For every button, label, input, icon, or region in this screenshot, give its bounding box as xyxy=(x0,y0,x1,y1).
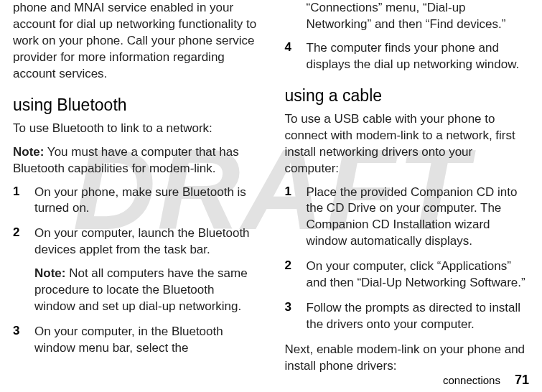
step-text: Place the provided Companion CD into the… xyxy=(307,185,530,251)
step-2: 2 On your computer, click “Applications”… xyxy=(285,258,530,291)
step-number: 2 xyxy=(13,225,23,315)
heading-using-bluetooth: using Bluetooth xyxy=(13,95,258,115)
page-footer: connections71 xyxy=(443,373,529,388)
step-subnote: Note: Not all computers have the same pr… xyxy=(34,266,258,315)
step-text: On your computer, click “Applications” a… xyxy=(307,258,530,291)
step-main: On your computer, launch the Bluetooth d… xyxy=(34,226,250,256)
bluetooth-steps-cont: 4 The computer finds your phone and disp… xyxy=(285,40,530,73)
step-number: 1 xyxy=(285,185,295,251)
step-number: 3 xyxy=(13,324,23,357)
cable-steps: 1 Place the provided Companion CD into t… xyxy=(285,185,530,334)
note-body: You must have a computer that has Blueto… xyxy=(13,145,239,175)
step-text: Follow the prompts as directed to instal… xyxy=(307,300,530,333)
step3-continuation: “Connections” menu, “Dial-up Networking”… xyxy=(285,0,530,33)
step-4: 4 The computer finds your phone and disp… xyxy=(285,40,530,73)
two-column-layout: phone and MNAI service enabled in your a… xyxy=(13,0,529,359)
left-column: phone and MNAI service enabled in your a… xyxy=(13,0,258,359)
right-column: “Connections” menu, “Dial-up Networking”… xyxy=(285,0,530,359)
step-text: On your phone, make sure Bluetooth is tu… xyxy=(34,185,258,218)
bluetooth-steps: 1 On your phone, make sure Bluetooth is … xyxy=(13,185,258,357)
bluetooth-note: Note: You must have a computer that has … xyxy=(13,144,258,177)
step-1: 1 Place the provided Companion CD into t… xyxy=(285,185,530,251)
step-text: On your computer, in the Bluetooth windo… xyxy=(34,324,258,357)
step-2: 2 On your computer, launch the Bluetooth… xyxy=(13,225,258,315)
chapter-label: connections xyxy=(443,374,500,386)
page: DRAFT phone and MNAI service enabled in … xyxy=(0,0,542,392)
step-3: 3 On your computer, in the Bluetooth win… xyxy=(13,324,258,357)
cable-intro: To use a USB cable with your phone to co… xyxy=(285,111,530,177)
leadin-paragraph: phone and MNAI service enabled in your a… xyxy=(13,0,258,83)
cable-outro: Next, enable modem-link on your phone an… xyxy=(285,342,530,375)
heading-using-a-cable: using a cable xyxy=(285,86,530,106)
step-number: 1 xyxy=(13,185,23,218)
step-text: On your computer, launch the Bluetooth d… xyxy=(34,225,258,315)
step-number: 3 xyxy=(285,300,295,333)
step-3: 3 Follow the prompts as directed to inst… xyxy=(285,300,530,333)
step-number: 2 xyxy=(285,258,295,291)
note-label: Note: xyxy=(34,266,65,280)
step-number: 4 xyxy=(285,40,295,73)
note-body: Not all computers have the same procedur… xyxy=(34,266,248,313)
step-1: 1 On your phone, make sure Bluetooth is … xyxy=(13,185,258,218)
page-number: 71 xyxy=(515,373,529,387)
step-text: The computer finds your phone and displa… xyxy=(307,40,530,73)
bluetooth-intro: To use Bluetooth to link to a network: xyxy=(13,121,258,137)
note-label: Note: xyxy=(13,145,44,159)
